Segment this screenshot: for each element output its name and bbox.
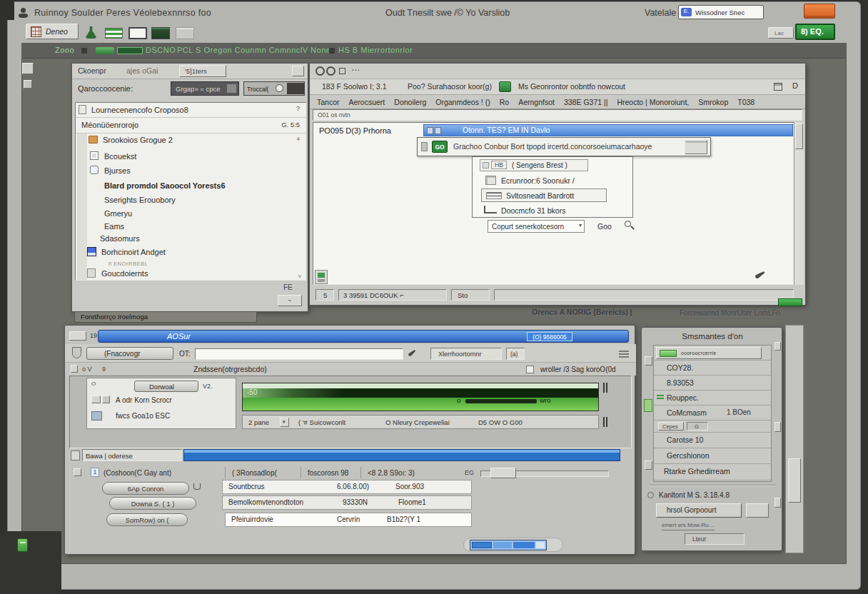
monitor-box-2[interactable]: (a) (506, 348, 525, 360)
tree-bottom-tab[interactable]: Forethorrço Iroelmoga (74, 312, 257, 323)
tree-header-tab[interactable]: '5]1ters (179, 65, 226, 77)
gutter-green-check[interactable] (644, 399, 652, 412)
address-right[interactable]: Ms Geonrontor oobntfo nowcout (518, 82, 625, 91)
menu-item[interactable]: T038 (737, 98, 755, 106)
player-titlebar[interactable]: AOSur (O) 9586005 (98, 330, 629, 343)
d-icon[interactable]: D (792, 81, 798, 91)
h-slider-handle[interactable] (490, 468, 516, 478)
address-mid[interactable]: Poo? Surahaosor koor(g) (408, 82, 492, 91)
go-label[interactable]: Goo (597, 222, 612, 231)
taskbar-green-icon[interactable] (17, 538, 28, 552)
cepes-button[interactable]: Cepes (658, 422, 684, 431)
tree-header-box[interactable] (292, 66, 304, 76)
bottom-slider[interactable] (470, 540, 547, 550)
edge-box-3[interactable] (774, 498, 781, 508)
window-icon[interactable] (128, 27, 147, 39)
menu-item[interactable]: 338E G371 || (564, 98, 608, 106)
pill-button-1[interactable]: Downa S. ( 1 ) (109, 497, 196, 510)
pill-button-2[interactable]: SomRow) on ( (106, 513, 188, 526)
tree-item[interactable]: Borhcinoirt Andget (101, 248, 166, 257)
card-item-2[interactable]: fwcs Goa1o ESC (116, 412, 170, 421)
menu-row-0[interactable]: HB ( Sengens Brest ) (480, 159, 588, 171)
table-row[interactable]: Sountbcrus 6.06.8.00) Soor.903 (222, 480, 472, 494)
corner-icon[interactable] (315, 270, 328, 284)
menu-item[interactable]: Smrokop (698, 98, 728, 106)
tree-item[interactable]: Méonüöenrorojo (81, 121, 138, 130)
tree-item[interactable]: Blard promdol Saoocol Yorests6 (104, 181, 226, 191)
card-item-1[interactable]: A odr Korn Scrocr (116, 396, 172, 405)
gutter-box-2[interactable] (645, 460, 652, 470)
gutter-box-1[interactable] (645, 356, 652, 366)
radio-icon[interactable] (647, 492, 654, 498)
tiny-box-icon[interactable] (71, 365, 78, 373)
edge-box-1[interactable] (774, 342, 781, 351)
menu-item-1[interactable]: Ecrunroor:6 Soonukr / (501, 176, 575, 186)
selected-row[interactable]: Otonn. TES? EM IN Davlo (423, 124, 793, 136)
circle2-icon[interactable] (326, 66, 335, 76)
pill-button-0[interactable]: 6Ap Conron (102, 482, 189, 495)
table-row[interactable]: Bemolkomvtenondtoton 93330N Floome1 (222, 495, 472, 510)
cepes-box[interactable]: G (687, 422, 708, 431)
pencil-icon[interactable] (755, 270, 766, 279)
tree-item[interactable]: Bcouekst (104, 152, 136, 161)
filter-toggle[interactable]: Troccal( (243, 81, 305, 96)
overlay-handle-icon[interactable] (421, 142, 428, 151)
workspace-scrollbar[interactable] (785, 325, 804, 553)
lac-button[interactable]: Lac (768, 27, 794, 39)
tree-item[interactable]: Sserights Erouobory (104, 196, 176, 205)
filter-dropdown[interactable]: Grgap» = cpce (171, 81, 239, 96)
pen-icon[interactable] (408, 349, 416, 358)
margin-icon-1[interactable] (22, 63, 34, 74)
tree-item[interactable]: Gmeryu (104, 209, 132, 218)
tab-deneo[interactable]: Deneo (26, 24, 79, 39)
mini-green-button[interactable] (778, 298, 802, 306)
edge-box-2[interactable] (774, 422, 781, 432)
margin-icon-2[interactable] (24, 80, 32, 89)
meter-handle-icon[interactable] (603, 383, 607, 393)
workspace-scroll-thumb[interactable] (788, 458, 801, 503)
menu-item[interactable]: Aerocsuert (349, 98, 385, 106)
circle-icon[interactable] (316, 66, 325, 76)
monitor-box[interactable]: Xlerrhoortornnr (430, 348, 502, 360)
square-icon[interactable] (339, 68, 345, 74)
table-row[interactable]: Pfeiruirrdovie Cervrin B1b2?(Y 1 (225, 513, 472, 527)
card-icon-1[interactable] (91, 396, 101, 403)
tree-item[interactable]: Bjurses (104, 166, 131, 176)
search-box[interactable]: Copurt senerkotcesorn ▾ (488, 220, 585, 233)
chevron-down-icon[interactable]: ▾ (579, 222, 582, 229)
go-green-icon[interactable] (499, 81, 511, 92)
stats-icon[interactable] (74, 468, 81, 476)
menu-item[interactable]: Hreocto | Monoroiunt, (617, 98, 689, 106)
close-button[interactable] (804, 4, 835, 19)
grid-small-icon[interactable] (774, 83, 782, 91)
list-lines-icon[interactable] (105, 28, 123, 39)
tree-footer-button[interactable]: ~ (278, 295, 302, 306)
tree-item[interactable]: Eams (104, 222, 124, 231)
menu-item[interactable]: Donoilerg (394, 98, 426, 106)
variable-combobox[interactable]: E. Wissodner Snec (678, 5, 764, 19)
side-footer-button[interactable]: hrsol Gorpoourt (656, 503, 742, 518)
menu-item[interactable]: Tancor (317, 98, 340, 106)
side-row[interactable]: 8.93053 (667, 378, 694, 388)
menu-item-3[interactable]: Doocmcfo 31 bkors (501, 206, 565, 216)
menu-item[interactable]: Ro (500, 98, 509, 106)
eq-button[interactable]: 8) EQ. (795, 24, 835, 40)
overlay-button[interactable] (685, 140, 707, 154)
player-input[interactable] (195, 348, 403, 360)
player-pre-box[interactable] (69, 331, 86, 341)
browser-scrollbar[interactable] (794, 122, 804, 285)
menu-lines-icon[interactable] (619, 351, 629, 358)
side-footer-button-2[interactable] (746, 503, 769, 518)
toggle-knob[interactable] (276, 84, 283, 92)
tree-item[interactable]: Sdasomurs (100, 234, 140, 243)
card-button[interactable]: Dorwoal (134, 381, 198, 392)
browser-scroll-thumb[interactable] (795, 124, 803, 149)
side-row[interactable]: Carotse 10 (667, 436, 703, 445)
menu-item[interactable]: Organmdeos ! () (435, 98, 490, 106)
side-row[interactable]: Rouppec. (667, 393, 699, 403)
side-row[interactable]: Rtarke Grhedirream (664, 467, 730, 476)
disk-icon[interactable] (91, 411, 102, 421)
side-bottom-button[interactable]: Lteur (685, 533, 745, 545)
side-row[interactable]: COY28. (667, 363, 693, 373)
player-tool-button[interactable]: (Fnacovogr (86, 347, 173, 360)
